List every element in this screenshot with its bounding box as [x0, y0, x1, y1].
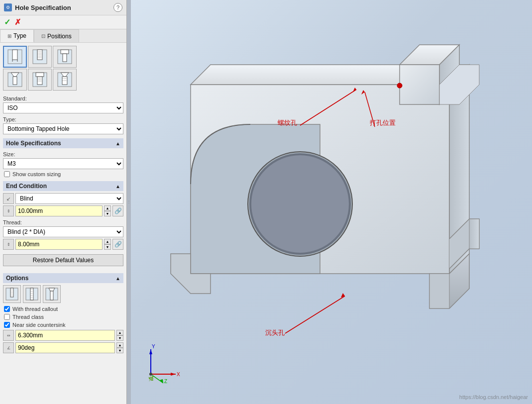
tab-positions-label: Positions	[47, 33, 72, 40]
opt-icon-btn-3[interactable]	[43, 285, 61, 303]
hole-type-btn-tapped[interactable]	[28, 46, 52, 68]
custom-sizing-checkbox[interactable]	[4, 171, 10, 177]
end-condition-type-row: ↙ Blind Through All Up to Next Up to Sur…	[3, 193, 123, 204]
panel-divider[interactable]: ⋮	[127, 0, 131, 404]
end-condition-label: End Condition	[6, 183, 47, 190]
hole-type-icon-grid	[3, 46, 123, 91]
cs-dia-spin-down[interactable]: ▼	[116, 335, 123, 341]
annotation-dakongweizhi: 打孔位置	[370, 118, 396, 127]
end-condition-header: End Condition ▲	[3, 181, 123, 191]
canvas-area: 螺纹孔 打孔位置 沉头孔 Y X Z 🌿 https://blog.csdn.n…	[131, 0, 532, 404]
opt-icon-btn-2[interactable]	[23, 285, 41, 303]
tab-type[interactable]: ⊞ Type	[0, 29, 34, 42]
thread-label: Thread:	[3, 219, 123, 225]
hole-type-btn-4[interactable]	[3, 69, 27, 91]
depth-input[interactable]	[15, 205, 103, 216]
options-collapse[interactable]: ▲	[115, 276, 120, 281]
standard-select[interactable]: ISO ANSI Inch ANSI Metric DIN	[3, 102, 123, 113]
panel-content: Standard: ISO ANSI Inch ANSI Metric DIN …	[0, 43, 126, 404]
icon-row-2	[3, 69, 123, 91]
end-condition-collapse[interactable]: ▲	[115, 184, 120, 189]
tab-type-label: Type	[13, 32, 26, 39]
3d-model-svg	[161, 25, 532, 348]
hole-type-btn-simple[interactable]	[3, 46, 27, 68]
svg-rect-16	[13, 77, 17, 85]
cs-angle-icon: ∠	[3, 342, 14, 353]
countersink-dia-input[interactable]	[15, 330, 115, 341]
type-tab-icon: ⊞	[7, 33, 11, 39]
depth-spin: ▲ ▼	[104, 205, 111, 216]
coordinate-system-svg: Y X Z 🌿	[146, 344, 186, 384]
thread-depth-icon: ⇕	[3, 239, 14, 250]
svg-point-48	[397, 83, 402, 88]
cs-dia-icon: ⇔	[3, 330, 14, 341]
cs-angle-spin: ▲ ▼	[116, 342, 123, 353]
window-title: Hole Specification	[15, 4, 71, 11]
svg-text:X: X	[177, 372, 180, 377]
size-select[interactable]: M1.6 M2 M2.5 M3 M4 M5 M6	[3, 158, 123, 169]
type-select[interactable]: Tapped Hole Bottoming Tapped Hole Counte…	[3, 123, 123, 134]
title-bar-left: ⚙ Hole Specification	[4, 3, 71, 11]
depth-spin-up[interactable]: ▲	[104, 205, 111, 211]
countersink-dia-row: ⇔ ▲ ▼	[3, 330, 123, 341]
restore-defaults-button[interactable]: Restore Default Values	[3, 254, 123, 266]
svg-text:🌿: 🌿	[148, 376, 154, 382]
positions-tab-icon: ⊡	[41, 33, 45, 39]
end-condition-select[interactable]: Blind Through All Up to Next Up to Surfa…	[15, 193, 123, 204]
cs-dia-spin-up[interactable]: ▲	[116, 330, 123, 335]
depth-input-row: ⇕ ▲ ▼ 🔗	[3, 205, 123, 216]
standard-label: Standard:	[3, 96, 123, 101]
opt-icon-btn-1[interactable]	[3, 285, 21, 303]
thread-callout-label: With thread callout	[12, 306, 58, 312]
svg-rect-36	[30, 288, 33, 300]
svg-rect-12	[61, 50, 69, 54]
depth-icon: ⇕	[3, 205, 14, 216]
cs-dia-spin: ▲ ▼	[116, 330, 123, 341]
hole-specifications-label: Hole Specifications	[6, 140, 61, 147]
hole-type-btn-5[interactable]	[28, 69, 52, 91]
size-label: Size:	[3, 151, 123, 157]
thread-class-checkbox[interactable]	[4, 314, 10, 320]
svg-rect-44	[50, 291, 53, 300]
tab-positions[interactable]: ⊡ Positions	[34, 29, 79, 42]
svg-rect-13	[63, 54, 67, 62]
thread-link-btn[interactable]: 🔗	[112, 239, 123, 250]
thread-callout-checkbox[interactable]	[4, 306, 10, 312]
thread-depth-row: ⇕ ▲ ▼ 🔗	[3, 239, 123, 250]
hole-specifications-header: Hole Specifications ▲	[3, 138, 123, 148]
depth-spin-down[interactable]: ▼	[104, 211, 111, 216]
svg-rect-19	[37, 77, 42, 85]
options-icon-row	[3, 285, 123, 303]
depth-link-btn[interactable]: 🔗	[112, 205, 123, 216]
near-side-checkbox[interactable]	[4, 322, 10, 328]
svg-point-64	[149, 373, 152, 376]
thread-spin-down[interactable]: ▼	[104, 244, 111, 250]
svg-marker-56	[149, 349, 152, 354]
thread-depth-input[interactable]	[15, 239, 103, 250]
hole-type-btn-counterbore[interactable]	[53, 46, 77, 68]
countersink-angle-input[interactable]	[15, 342, 115, 353]
svg-rect-1	[12, 50, 17, 60]
action-bar: ✓ ✗	[0, 15, 126, 29]
type-label: Type:	[3, 116, 123, 122]
end-condition-icon: ↙	[3, 193, 14, 204]
icon-row-1	[3, 46, 123, 68]
hole-spec-icon: ⚙	[4, 3, 12, 11]
thread-spin-up[interactable]: ▲	[104, 239, 111, 244]
svg-marker-58	[171, 373, 176, 376]
cancel-button[interactable]: ✗	[14, 17, 21, 27]
hole-spec-collapse[interactable]: ▲	[115, 141, 120, 146]
hole-type-btn-6[interactable]	[53, 69, 77, 91]
watermark: https://blog.csdn.net/haigear	[459, 394, 528, 400]
annotation-chentoukon: 沉头孔	[265, 328, 285, 337]
near-side-countersink-row: Near side countersink	[4, 322, 122, 328]
cs-angle-spin-down[interactable]: ▼	[116, 348, 123, 353]
divider-dots: ⋮	[127, 200, 131, 204]
thread-class-row: Thread class	[4, 314, 122, 320]
options-header: Options ▲	[3, 273, 123, 283]
thread-select[interactable]: Blind (2 * DIA) Through All Up to Next	[3, 226, 123, 237]
ok-button[interactable]: ✓	[4, 17, 10, 27]
help-button[interactable]: ?	[113, 3, 122, 12]
cs-angle-spin-up[interactable]: ▲	[116, 342, 123, 348]
thread-callout-row: With thread callout	[4, 306, 122, 312]
